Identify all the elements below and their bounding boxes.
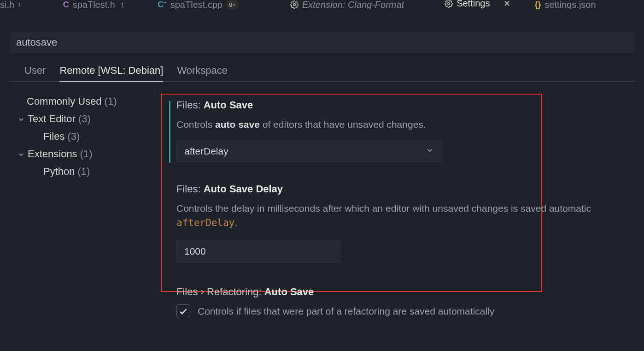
outline-label: Commonly Used: [27, 95, 102, 107]
tab-badge: 9+: [226, 0, 239, 9]
scope-tab-user[interactable]: User: [24, 65, 46, 81]
outline-count: (1): [78, 166, 90, 178]
chevron-down-icon: [426, 146, 434, 157]
tab-settings[interactable]: Settings ✕: [439, 0, 516, 9]
outline-commonly-used[interactable]: Commonly Used (1): [18, 93, 154, 110]
setting-checkbox-row: Controls if files that were part of a re…: [176, 304, 644, 318]
outline-python[interactable]: Python (1): [18, 163, 154, 180]
check-icon: [179, 307, 188, 316]
tab-label: si.h: [0, 0, 14, 9]
setting-title: Files › Refactoring: Auto Save: [176, 286, 644, 298]
setting-description: Controls auto save of editors that have …: [176, 118, 644, 131]
outline-count: (1): [80, 148, 93, 160]
tab-extension-clang-format[interactable]: Extension: Clang-Format: [283, 0, 411, 9]
outline-count: (3): [78, 113, 91, 125]
settings-outline: Commonly Used (1) Text Editor (3) Files …: [0, 91, 154, 350]
svg-point-1: [448, 2, 450, 5]
tab-label: Settings: [457, 0, 490, 9]
gear-icon: [290, 0, 299, 9]
setting-files-auto-save: Files: Auto Save Controls auto save of e…: [161, 91, 644, 171]
tab-label: settings.json: [544, 0, 596, 9]
setting-title-strong: Auto Save: [204, 99, 253, 111]
setting-title: Files: Auto Save Delay: [176, 183, 644, 195]
outline-files[interactable]: Files (3): [18, 128, 154, 145]
select-value: afterDelay: [184, 146, 228, 157]
tab-badge: 1: [18, 2, 21, 7]
desc-post: of editors that have unsaved changes.: [260, 119, 426, 130]
outline-label: Extensions: [28, 148, 77, 160]
outline-label: Text Editor: [28, 113, 76, 125]
setting-description: Controls the delay in milliseconds after…: [176, 202, 644, 230]
setting-files-auto-save-delay: Files: Auto Save Delay Controls the dela…: [161, 171, 644, 272]
close-icon[interactable]: ✕: [503, 0, 510, 9]
setting-title-strong: Auto Save: [264, 286, 314, 297]
svg-point-0: [293, 4, 296, 6]
outline-text-editor[interactable]: Text Editor (3): [18, 110, 154, 128]
scope-tab-workspace[interactable]: Workspace: [177, 65, 228, 81]
scope-tab-remote[interactable]: Remote [WSL: Debian]: [59, 65, 163, 82]
setting-refactoring-auto-save: Files › Refactoring: Auto Save Controls …: [161, 272, 644, 327]
outline-label: Files: [43, 131, 64, 143]
auto-save-delay-input[interactable]: [176, 240, 340, 263]
settings-search-input[interactable]: [16, 36, 628, 48]
desc-line1: Controls the delay in milliseconds after…: [176, 203, 591, 214]
tab-spatlest-h[interactable]: C spaTlest.h 1: [56, 0, 132, 9]
c-header-icon: C: [63, 0, 69, 9]
settings-body: Commonly Used (1) Text Editor (3) Files …: [0, 91, 644, 350]
settings-list: Files: Auto Save Controls auto save of e…: [154, 91, 644, 350]
tab-settings-json[interactable]: {} settings.json: [527, 0, 603, 9]
tab-partial-leading[interactable]: si.h 1: [0, 0, 28, 9]
tab-label: spaTlest.h: [73, 0, 115, 9]
outline-extensions[interactable]: Extensions (1): [18, 145, 154, 163]
tab-badge: 1: [121, 1, 124, 9]
refactor-auto-save-checkbox[interactable]: [176, 304, 190, 318]
chevron-down-icon: [18, 151, 25, 158]
desc-keyword: auto save: [215, 119, 260, 130]
desc-suffix: .: [234, 217, 237, 228]
outline-count: (3): [67, 131, 80, 143]
gear-icon: [445, 0, 453, 8]
tabs-row: si.h 1 C spaTlest.h 1 C+ spaTlest.cpp 9+…: [0, 0, 644, 9]
setting-title: Files: Auto Save: [176, 99, 644, 111]
checkbox-label: Controls if files that were part of a re…: [198, 306, 494, 317]
settings-search[interactable]: [9, 31, 635, 54]
setting-title-strong: Auto Save Delay: [204, 183, 283, 195]
auto-save-select[interactable]: afterDelay: [176, 141, 442, 162]
setting-title-prefix: Files › Refactoring:: [176, 286, 264, 297]
outline-count: (1): [105, 95, 117, 107]
braces-icon: {}: [534, 0, 541, 9]
tab-label: spaTlest.cpp: [170, 0, 222, 9]
outline-label: Python: [43, 166, 75, 178]
cpp-icon: C+: [158, 0, 166, 9]
chevron-down-icon: [18, 116, 25, 123]
setting-title-prefix: Files:: [176, 183, 204, 195]
settings-scope-tabs: User Remote [WSL: Debian] Workspace: [9, 54, 635, 82]
tab-label: Extension: Clang-Format: [302, 0, 404, 9]
editor-tabstrip: si.h 1 C spaTlest.h 1 C+ spaTlest.cpp 9+…: [0, 0, 644, 14]
tab-spatlest-cpp[interactable]: C+ spaTlest.cpp 9+: [150, 0, 246, 9]
desc-code: afterDelay: [176, 217, 234, 228]
setting-title-prefix: Files:: [176, 99, 204, 111]
desc-pre: Controls: [176, 119, 215, 130]
